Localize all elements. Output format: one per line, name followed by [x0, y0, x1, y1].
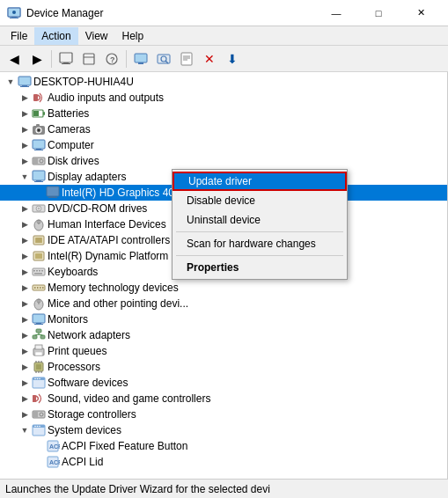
tree-item-disk[interactable]: ▶ Disk drives: [0, 153, 447, 169]
tree-item-memory[interactable]: ▶ Memory technology devices: [0, 280, 447, 296]
menu-help[interactable]: Help: [115, 27, 151, 45]
tree-item-monitors[interactable]: ▶ Monitors: [0, 311, 447, 327]
keyboards-label: Keyboards: [48, 266, 98, 278]
expand-software[interactable]: ▶: [18, 376, 32, 390]
tree-item-cameras[interactable]: ▶ Cameras: [0, 121, 447, 137]
svg-rect-76: [40, 335, 45, 339]
expand-cameras[interactable]: ▶: [18, 122, 32, 136]
tree-item-processors[interactable]: ▶ Processors: [0, 359, 447, 375]
disk-label: Disk drives: [48, 155, 99, 167]
toolbar-properties-btn[interactable]: [176, 48, 197, 70]
tree-item-system[interactable]: ▼ System devices: [0, 422, 447, 438]
dvd-label: DVD/CD-ROM drives: [48, 202, 147, 215]
tree-item-storage[interactable]: ▶ Storage controllers: [0, 406, 447, 422]
toolbar-sep-1: [51, 50, 52, 68]
expand-batteries[interactable]: ▶: [18, 106, 32, 121]
expand-disk[interactable]: ▶: [18, 154, 32, 168]
expand-root[interactable]: ▼: [4, 75, 18, 89]
tree-item-batteries[interactable]: ▶ Batteries: [0, 106, 447, 121]
tree-item-acpi-lid[interactable]: ACPI ACPI Lid: [0, 454, 447, 470]
svg-rect-84: [36, 364, 41, 370]
svg-rect-96: [33, 395, 36, 402]
software-icon: [32, 376, 46, 390]
acpi-lid-icon: ACPI: [46, 455, 60, 469]
expand-system[interactable]: ▼: [18, 423, 32, 437]
svg-rect-5: [60, 53, 72, 62]
status-bar: Launches the Update Driver Wizard for th…: [0, 479, 448, 498]
display-label: Display adapters: [48, 171, 126, 183]
tree-item-audio[interactable]: ▶ Audio inputs and outputs: [0, 90, 447, 106]
expand-storage[interactable]: ▶: [18, 407, 32, 421]
expand-dvd[interactable]: ▶: [18, 201, 32, 216]
svg-point-95: [39, 378, 40, 380]
tree-item-mice[interactable]: ▶ Mice and other pointing devi...: [0, 296, 447, 311]
tree-item-software[interactable]: ▶ Software devices: [0, 375, 447, 391]
svg-rect-71: [33, 314, 45, 323]
tree-item-network[interactable]: ▶ Network adapters: [0, 327, 447, 343]
context-sep-2: [176, 255, 343, 256]
expand-print[interactable]: ▶: [18, 344, 32, 358]
svg-rect-7: [62, 63, 70, 64]
expand-monitors[interactable]: ▶: [18, 312, 32, 326]
expand-keyboards[interactable]: ▶: [18, 265, 32, 279]
context-menu: Update driver Disable device Uninstall d…: [172, 169, 348, 280]
tree-item-acpi-fixed[interactable]: ACPI ACPI Fixed Feature Button: [0, 438, 447, 454]
toolbar-help-btn[interactable]: ?: [101, 48, 122, 70]
sound-label: Sound, video and game controllers: [48, 392, 210, 405]
svg-rect-67: [42, 287, 44, 289]
toolbar-btn-1[interactable]: [55, 48, 77, 70]
toolbar-back[interactable]: ◀: [4, 48, 25, 70]
expand-ide[interactable]: ▶: [18, 233, 32, 247]
toolbar-computer-btn[interactable]: [130, 48, 151, 70]
expand-computer[interactable]: ▶: [18, 138, 32, 152]
expand-hid[interactable]: ▶: [18, 217, 32, 231]
expand-network[interactable]: ▶: [18, 328, 32, 342]
toolbar-btn-2[interactable]: [78, 48, 99, 70]
svg-rect-59: [36, 270, 38, 272]
svg-rect-40: [34, 181, 43, 182]
processors-label: Processors: [48, 361, 100, 373]
intel-gpu-label: Intel(R) HD Graphics 4000: [62, 187, 186, 199]
intel-gpu-icon: [46, 186, 60, 200]
svg-point-94: [37, 378, 39, 380]
svg-rect-73: [34, 324, 43, 325]
tree-item-sound[interactable]: ▶ Sound, video and game controllers: [0, 391, 447, 406]
monitors-icon: [32, 312, 46, 326]
tree-item-print[interactable]: ▶ Print queues: [0, 343, 447, 359]
context-uninstall-device[interactable]: Uninstall device: [173, 210, 347, 230]
svg-line-78: [35, 334, 40, 335]
svg-text:?: ?: [110, 55, 115, 64]
svg-rect-66: [40, 287, 41, 289]
toolbar-remove-btn[interactable]: ✕: [199, 48, 220, 70]
mice-icon: [32, 297, 46, 311]
expand-mice[interactable]: ▶: [18, 297, 32, 311]
title-bar: Device Manager — □ ✕: [0, 0, 448, 26]
menu-file[interactable]: File: [4, 27, 34, 45]
expand-intel-plat[interactable]: ▶: [18, 249, 32, 263]
menu-view[interactable]: View: [78, 27, 115, 45]
app-icon: [7, 6, 21, 20]
menu-action[interactable]: Action: [34, 27, 77, 45]
toolbar-scan-btn[interactable]: [153, 48, 174, 70]
toolbar-update-btn[interactable]: ⬇: [222, 48, 243, 70]
context-disable-device[interactable]: Disable device: [173, 191, 347, 210]
hid-label: Human Interface Devices: [48, 218, 166, 231]
context-properties[interactable]: Properties: [173, 258, 347, 277]
minimize-button[interactable]: —: [316, 0, 356, 26]
expand-display[interactable]: ▼: [18, 170, 32, 184]
mice-label: Mice and other pointing devi...: [48, 297, 188, 310]
expand-sound[interactable]: ▶: [18, 392, 32, 406]
toolbar-forward[interactable]: ▶: [26, 48, 48, 70]
cameras-icon: [32, 122, 46, 136]
expand-memory[interactable]: ▶: [18, 281, 32, 295]
tree-root[interactable]: ▼ DESKTOP-HUHIA4U: [0, 74, 447, 90]
maximize-button[interactable]: □: [358, 0, 399, 26]
context-scan[interactable]: Scan for hardware changes: [173, 234, 347, 253]
system-icon: [32, 423, 46, 437]
tree-item-computer[interactable]: ▶ Computer: [0, 137, 447, 153]
expand-processors[interactable]: ▶: [18, 360, 32, 374]
expand-audio[interactable]: ▶: [18, 91, 32, 105]
context-update-driver[interactable]: Update driver: [173, 172, 347, 191]
processors-icon: [32, 360, 46, 374]
close-button[interactable]: ✕: [400, 0, 441, 26]
